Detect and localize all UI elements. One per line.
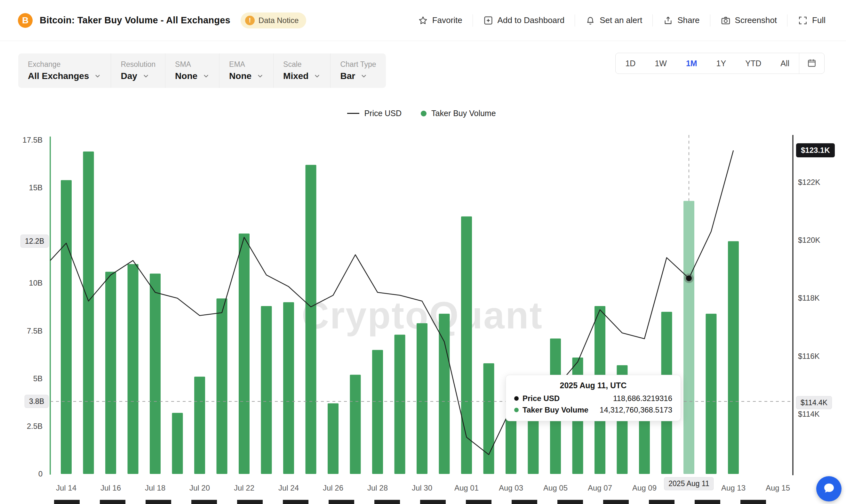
price-marker-dot <box>686 275 692 281</box>
tooltip-date: 2025 Aug 11 <box>560 381 606 390</box>
volume-bar[interactable] <box>217 299 228 474</box>
volume-bar[interactable] <box>417 323 427 474</box>
volume-bar[interactable] <box>305 165 316 474</box>
navigator-segment[interactable] <box>100 500 125 504</box>
navigator-segment[interactable] <box>283 500 309 504</box>
volume-dot-icon <box>514 408 519 412</box>
volume-bar[interactable] <box>394 335 405 474</box>
tooltip-row-price: Price USD 118,686.3219316 <box>514 394 672 403</box>
navigator-segment[interactable] <box>237 500 263 504</box>
navigator-segment[interactable] <box>558 500 583 504</box>
volume-bar[interactable] <box>372 350 383 474</box>
volume-bar[interactable] <box>83 151 94 474</box>
navigator-segment[interactable] <box>512 500 537 504</box>
navigator-segment[interactable] <box>740 500 766 504</box>
volume-bar[interactable] <box>283 302 294 474</box>
tooltip-title: 2025 Aug 11, UTC <box>514 381 672 390</box>
tooltip-volume-label: Taker Buy Volume <box>523 406 588 414</box>
tooltip-row-volume: Taker Buy Volume 14,312,760,368.5173 <box>514 406 672 414</box>
volume-bar[interactable] <box>461 216 472 474</box>
volume-bar[interactable] <box>684 201 694 474</box>
tooltip-price-value: 118,686.3219316 <box>613 394 672 403</box>
navigator-segment[interactable] <box>649 500 674 504</box>
volume-bar[interactable] <box>728 241 739 474</box>
navigator-segment[interactable] <box>145 500 171 504</box>
navigator-segment[interactable] <box>603 500 629 504</box>
chat-launcher-button[interactable] <box>816 476 842 501</box>
tooltip-price-label: Price USD <box>523 394 560 403</box>
volume-bar[interactable] <box>350 375 361 474</box>
navigator-segment[interactable] <box>329 500 354 504</box>
navigator-segment[interactable] <box>466 500 492 504</box>
volume-bar[interactable] <box>706 314 717 474</box>
volume-bar[interactable] <box>439 314 450 474</box>
volume-bar[interactable] <box>172 413 183 474</box>
volume-bar[interactable] <box>105 272 116 474</box>
chat-icon <box>823 482 835 496</box>
volume-bar[interactable] <box>261 306 272 474</box>
volume-bar[interactable] <box>328 403 338 474</box>
volume-bar[interactable] <box>483 363 494 474</box>
volume-bar[interactable] <box>194 377 205 474</box>
volume-bar[interactable] <box>150 274 161 474</box>
price-dot-icon <box>514 396 519 401</box>
volume-bar[interactable] <box>239 233 250 474</box>
navigator-segment[interactable] <box>191 500 217 504</box>
volume-bar[interactable] <box>128 264 139 474</box>
navigator-segment[interactable] <box>695 500 720 504</box>
tooltip-timezone: , UTC <box>606 381 627 390</box>
navigator-segment[interactable] <box>420 500 446 504</box>
navigator-segment[interactable] <box>54 500 80 504</box>
chart-tooltip: 2025 Aug 11, UTC Price USD 118,686.32193… <box>506 375 681 421</box>
navigator-segment[interactable] <box>374 500 400 504</box>
tooltip-volume-value: 14,312,760,368.5173 <box>600 406 672 414</box>
chart-canvas[interactable] <box>0 0 846 504</box>
volume-bar[interactable] <box>61 180 72 474</box>
